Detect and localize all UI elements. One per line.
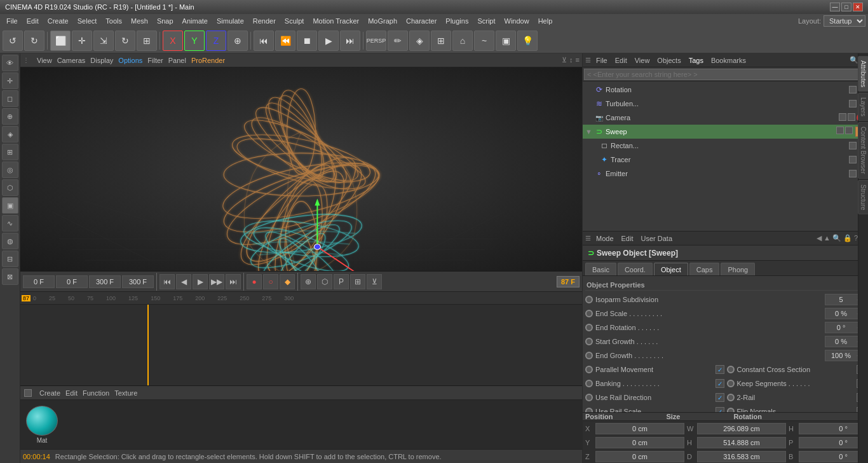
- menu-mograph[interactable]: MoGraph: [364, 16, 401, 26]
- vtab-attributes[interactable]: Attributes: [858, 56, 868, 92]
- spline-button[interactable]: ~: [474, 31, 494, 51]
- viewport-filter[interactable]: Filter: [147, 57, 163, 64]
- menu-help[interactable]: Help: [534, 16, 557, 26]
- left-tool-select[interactable]: ⬡: [2, 179, 18, 196]
- menu-plugins[interactable]: Plugins: [442, 16, 472, 26]
- scale-button[interactable]: ⇲: [93, 31, 114, 51]
- tag-row-rotation[interactable]: ⟳ Rotation: [583, 83, 868, 97]
- prop-cb-parallel[interactable]: [715, 365, 724, 374]
- left-tool-view[interactable]: 👁: [2, 55, 18, 71]
- tl-grid-button[interactable]: ⊞: [350, 274, 365, 289]
- prop-val-end-scale[interactable]: 0 %: [825, 308, 857, 319]
- attrs-tb-mode[interactable]: Mode: [593, 235, 616, 242]
- play-fwd-button[interactable]: ▶: [318, 31, 339, 51]
- timeline-preview-input[interactable]: [122, 275, 154, 288]
- record-button[interactable]: ●: [247, 274, 262, 289]
- prop-val-isoparm[interactable]: 5: [825, 294, 857, 305]
- tag-cb1-rect[interactable]: [849, 142, 857, 149]
- left-tool-knife[interactable]: ∿: [2, 215, 18, 232]
- tag-row-camera[interactable]: 📷 Camera ⊗: [583, 111, 868, 125]
- prop-cb-rail-scale[interactable]: [715, 407, 724, 412]
- tag-row-emitter[interactable]: ∘ Emitter: [583, 167, 868, 181]
- attrs-up-icon[interactable]: ▲: [824, 234, 831, 242]
- left-tool-move[interactable]: ✛: [2, 73, 18, 89]
- tags-search-icon[interactable]: 🔍: [850, 56, 858, 64]
- axis-x-button[interactable]: X: [163, 31, 183, 51]
- ik-button[interactable]: ⬡: [317, 274, 332, 289]
- pos-x-input[interactable]: [595, 423, 684, 434]
- vtab-structure[interactable]: Structure: [858, 180, 868, 215]
- tags-tb-objects[interactable]: Objects: [654, 57, 683, 64]
- frame-next-button[interactable]: ⏭: [340, 31, 360, 51]
- tag-cb2-camera[interactable]: [848, 113, 855, 121]
- prop-val-end-rotation[interactable]: 0 °: [825, 322, 857, 333]
- menu-character[interactable]: Character: [402, 16, 440, 26]
- viewport-display[interactable]: Display: [90, 57, 113, 64]
- materials-texture[interactable]: Texture: [114, 389, 137, 397]
- menu-mesh[interactable]: Mesh: [127, 16, 152, 26]
- viewport-cameras[interactable]: Cameras: [57, 57, 86, 64]
- size-w-input[interactable]: [697, 423, 786, 434]
- vtab-content-browser[interactable]: Content Browser: [858, 122, 868, 178]
- tab-object[interactable]: Object: [654, 263, 688, 275]
- pos-z-input[interactable]: [595, 451, 684, 462]
- tab-caps[interactable]: Caps: [689, 263, 720, 275]
- material-item-mat[interactable]: Mat: [23, 406, 61, 444]
- attrs-panel-icon[interactable]: ☰: [585, 235, 591, 242]
- menu-snap[interactable]: Snap: [153, 16, 177, 26]
- prop-val-end-growth[interactable]: 100 %: [825, 350, 857, 361]
- tag-row-sweep[interactable]: ▼ ⊃ Sweep: [583, 125, 868, 139]
- size-h-input[interactable]: [697, 437, 786, 448]
- viewport[interactable]: ⋮ View Cameras Display Options Filter Pa…: [20, 53, 582, 271]
- tag-cb2-sweep[interactable]: [845, 127, 853, 134]
- left-tool-active[interactable]: ▣: [2, 197, 18, 214]
- tags-tb-file[interactable]: File: [593, 57, 610, 64]
- tab-coord[interactable]: Coord.: [618, 263, 653, 275]
- tags-tb-bookmarks[interactable]: Bookmarks: [709, 57, 749, 64]
- transform-button[interactable]: ⊞: [137, 31, 157, 51]
- timeline-body[interactable]: [20, 305, 582, 385]
- viewport-options[interactable]: Options: [118, 57, 142, 64]
- tags-panel-icon[interactable]: ☰: [585, 57, 591, 64]
- tag-cb1-turb[interactable]: [849, 100, 857, 107]
- tag-cb1-emitter[interactable]: [849, 170, 857, 177]
- tags-tb-edit[interactable]: Edit: [613, 57, 630, 64]
- menu-script[interactable]: Script: [473, 16, 499, 26]
- rotate-button[interactable]: ↻: [115, 31, 135, 51]
- motion-path-button[interactable]: ⊕: [301, 274, 316, 289]
- left-tool-texture[interactable]: ⊕: [2, 108, 18, 125]
- tag-cb1-sweep[interactable]: [836, 127, 844, 134]
- record-auto-button[interactable]: ○: [263, 274, 278, 289]
- attrs-search-icon[interactable]: 🔍: [832, 234, 841, 242]
- tab-basic[interactable]: Basic: [585, 263, 616, 275]
- vtab-layers[interactable]: Layers: [858, 93, 868, 121]
- materials-function[interactable]: Function: [83, 389, 109, 397]
- move-button[interactable]: ✛: [72, 31, 92, 51]
- prop-cb-rail-dir[interactable]: [715, 393, 724, 402]
- attrs-lock-icon[interactable]: 🔒: [843, 234, 852, 242]
- persp-view-button[interactable]: PERSP: [366, 31, 386, 51]
- viewport-canvas[interactable]: Perspective Grid Spacing : 10000 cm: [20, 67, 582, 271]
- layout-dropdown[interactable]: Startup: [824, 15, 865, 27]
- menu-create[interactable]: Create: [44, 16, 72, 26]
- mograph-button[interactable]: ⊞: [431, 31, 451, 51]
- tags-tb-view[interactable]: View: [632, 57, 653, 64]
- play-tl-button[interactable]: ▶: [193, 274, 208, 289]
- prop-cb-banking[interactable]: [715, 379, 724, 388]
- viewport-view[interactable]: View: [37, 57, 52, 64]
- timeline-start-input[interactable]: [23, 275, 55, 288]
- tag-row-turb[interactable]: ≋ Turbulen...: [583, 97, 868, 111]
- tag-row-rect[interactable]: □ Rectan...: [583, 139, 868, 153]
- goto-start-button[interactable]: ⏮: [159, 274, 175, 289]
- tags-tb-tags[interactable]: Tags: [686, 57, 706, 64]
- select-rect-button[interactable]: ⬜: [50, 31, 71, 51]
- close-button[interactable]: ✕: [853, 3, 863, 11]
- left-tool-pivot[interactable]: ◎: [2, 162, 18, 178]
- menu-sculpt[interactable]: Sculpt: [281, 16, 308, 26]
- viewport-prorender[interactable]: ProRender: [191, 57, 225, 64]
- attrs-tb-userdata[interactable]: User Data: [639, 235, 675, 242]
- menu-edit[interactable]: Edit: [23, 16, 43, 26]
- menu-render[interactable]: Render: [249, 16, 280, 26]
- menu-file[interactable]: File: [3, 16, 22, 26]
- left-tool-object[interactable]: ◻: [2, 90, 18, 107]
